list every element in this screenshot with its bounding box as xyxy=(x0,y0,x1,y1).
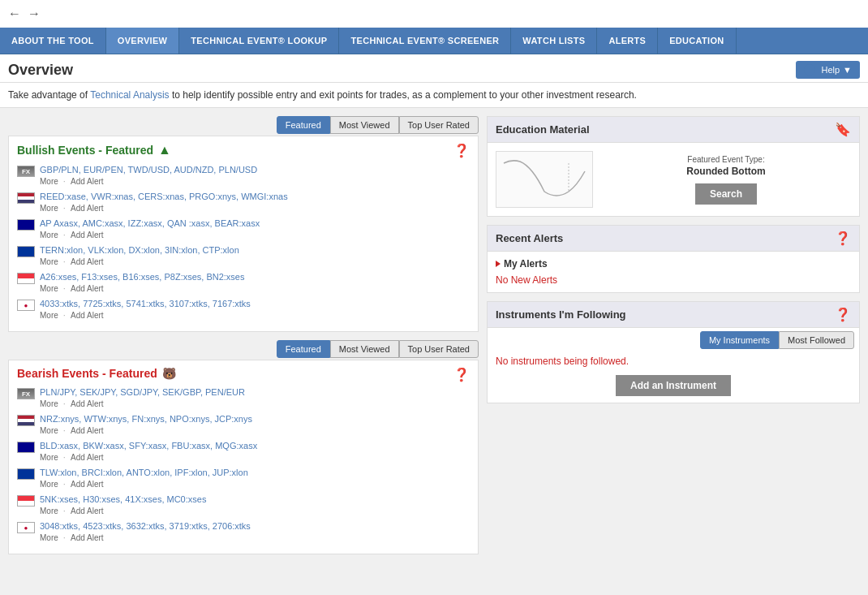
bookmark-icon[interactable]: 🔖 xyxy=(835,122,851,137)
nav-screener[interactable]: TECHNICAL EVENT® SCREENER xyxy=(339,28,511,54)
nav-about[interactable]: ABOUT THE TOOL xyxy=(0,28,106,54)
bearish-sg-link[interactable]: 5NK:xses, H30:xses, 41X:xses, MC0:xses xyxy=(40,494,206,504)
bearish-fx-link[interactable]: PLN/JPY, SEK/JPY, SGD/JPY, SEK/GBP, PEN/… xyxy=(40,387,245,397)
instruments-title: Instruments I'm Following xyxy=(496,308,626,321)
instruments-card: Instruments I'm Following ❓ My Instrumen… xyxy=(487,301,860,403)
bullish-sg-more[interactable]: More xyxy=(40,284,58,293)
bearish-jp-links: 3048:xtks, 4523:xtks, 3632:xtks, 3719:xt… xyxy=(40,520,470,542)
flag-us-icon xyxy=(17,192,35,204)
edu-info: Featured Event Type: Rounded Bottom Sear… xyxy=(601,155,851,205)
recent-alerts-header: Recent Alerts ❓ xyxy=(488,226,859,252)
flag-sg-icon xyxy=(17,273,35,284)
bearish-fx-add-alert[interactable]: Add Alert xyxy=(71,399,104,408)
bullish-tab-featured[interactable]: Featured xyxy=(277,116,330,134)
bearish-au-link[interactable]: BLD:xasx, BKW:xasx, SFY:xasx, FBU:xasx, … xyxy=(40,441,257,451)
nav-watchlists[interactable]: WATCH LISTS xyxy=(511,28,597,54)
bearish-tab-most-viewed[interactable]: Most Viewed xyxy=(330,340,399,358)
nav-overview[interactable]: OVERVIEW xyxy=(106,28,180,54)
add-instrument-button[interactable]: Add an Instrument xyxy=(616,375,731,396)
bullish-tab-most-viewed[interactable]: Most Viewed xyxy=(330,116,399,134)
bullish-events-panel: Bullish Events - Featured ▲ ❓ FX GBP/PLN… xyxy=(8,136,479,332)
education-content: Featured Event Type: Rounded Bottom Sear… xyxy=(488,143,859,216)
bullish-section: Featured Most Viewed Top User Rated Bull… xyxy=(8,116,479,332)
bullish-help-icon[interactable]: ❓ xyxy=(453,143,470,158)
top-nav: ABOUT THE TOOL OVERVIEW TECHNICAL EVENT®… xyxy=(0,28,868,54)
nav-education[interactable]: EDUCATION xyxy=(658,28,736,54)
bearish-au-more[interactable]: More xyxy=(40,453,58,462)
bullish-fx-add-alert[interactable]: Add Alert xyxy=(71,177,104,186)
triangle-icon xyxy=(496,261,501,267)
bullish-sg-add-alert[interactable]: Add Alert xyxy=(71,284,104,293)
bearish-gb-link[interactable]: TLW:xlon, BRCI:xlon, ANTO:xlon, IPF:xlon… xyxy=(40,468,248,477)
bullish-au-add-alert[interactable]: Add Alert xyxy=(71,231,104,239)
bullish-gb-links: TERN:xlon, VLK:xlon, DX:xlon, 3IN:xlon, … xyxy=(40,244,470,266)
bearish-help-icon[interactable]: ❓ xyxy=(453,367,470,382)
bullish-us-link[interactable]: REED:xase, VWR:xnas, CERS:xnas, PRGO:xny… xyxy=(40,192,288,201)
bearish-us-more[interactable]: More xyxy=(40,426,58,435)
bullish-fx-link[interactable]: GBP/PLN, EUR/PEN, TWD/USD, AUD/NZD, PLN/… xyxy=(40,165,257,175)
bullish-jp-more[interactable]: More xyxy=(40,311,58,320)
recent-alerts-help-icon[interactable]: ❓ xyxy=(835,231,851,246)
education-card-header: Education Material 🔖 xyxy=(488,117,859,143)
bullish-tab-top-rated[interactable]: Top User Rated xyxy=(399,116,479,134)
flag-jp-icon xyxy=(17,300,35,311)
instruments-content: No instruments being followed. Add an In… xyxy=(488,349,859,403)
bearish-tab-top-rated[interactable]: Top User Rated xyxy=(399,340,479,358)
bearish-tab-featured[interactable]: Featured xyxy=(277,340,330,358)
bearish-jp-link[interactable]: 3048:xtks, 4523:xtks, 3632:xtks, 3719:xt… xyxy=(40,521,251,531)
nav-lookup[interactable]: TECHNICAL EVENT® LOOKUP xyxy=(179,28,339,54)
bearish-gb-more[interactable]: More xyxy=(40,480,58,489)
instruments-header: Instruments I'm Following ❓ xyxy=(488,302,859,328)
table-row: TLW:xlon, BRCI:xlon, ANTO:xlon, IPF:xlon… xyxy=(17,467,470,489)
right-panel: Education Material 🔖 Featured Event Type… xyxy=(487,116,860,563)
bearish-sg-more[interactable]: More xyxy=(40,507,58,515)
bullish-jp-add-alert[interactable]: Add Alert xyxy=(71,311,104,320)
bearish-jp-add-alert[interactable]: Add Alert xyxy=(71,533,104,542)
recent-alerts-title: Recent Alerts xyxy=(496,232,563,244)
instruments-tab-bar: My Instruments Most Followed xyxy=(488,328,859,349)
bullish-au-more[interactable]: More xyxy=(40,231,58,239)
bearish-au-links: BLD:xasx, BKW:xasx, SFY:xasx, FBU:xasx, … xyxy=(40,440,470,462)
back-button[interactable]: ← xyxy=(8,6,21,21)
bullish-fx-more[interactable]: More xyxy=(40,177,58,186)
bearish-sg-links: 5NK:xses, H30:xses, 41X:xses, MC0:xses M… xyxy=(40,494,470,515)
bearish-gb-add-alert[interactable]: Add Alert xyxy=(71,480,104,489)
flag-gb-icon xyxy=(17,246,35,257)
bullish-up-arrow-icon: ▲ xyxy=(158,143,171,157)
bearish-us-link[interactable]: NRZ:xnys, WTW:xnys, FN:xnys, NPO:xnys, J… xyxy=(40,414,252,424)
nav-alerts[interactable]: ALERTS xyxy=(597,28,658,54)
bullish-au-link[interactable]: AP Axasx, AMC:xasx, IZZ:xasx, QAN :xasx,… xyxy=(40,218,260,228)
education-search-button[interactable]: Search xyxy=(695,183,757,205)
instruments-tab-most-followed[interactable]: Most Followed xyxy=(779,331,854,349)
table-row: FX GBP/PLN, EUR/PEN, TWD/USD, AUD/NZD, P… xyxy=(17,164,470,186)
my-alerts-row[interactable]: My Alerts xyxy=(496,258,851,269)
help-button[interactable]: Help ▼ xyxy=(796,61,860,79)
bullish-jp-link[interactable]: 4033:xtks, 7725:xtks, 5741:xtks, 3107:xt… xyxy=(40,299,251,308)
bearish-sg-add-alert[interactable]: Add Alert xyxy=(71,507,104,515)
event-type-name: Rounded Bottom xyxy=(601,166,851,177)
table-row: BLD:xasx, BKW:xasx, SFY:xasx, FBU:xasx, … xyxy=(17,440,470,462)
flag-gb-bearish-icon xyxy=(17,468,35,480)
rounded-bottom-chart xyxy=(500,155,589,204)
bearish-fx-more[interactable]: More xyxy=(40,399,58,408)
bearish-fx-links: PLN/JPY, SEK/JPY, SGD/JPY, SEK/GBP, PEN/… xyxy=(40,386,470,408)
bullish-sg-link[interactable]: A26:xses, F13:xses, B16:xses, P8Z:xses, … xyxy=(40,272,245,282)
technical-analysis-link[interactable]: Technical Analysis xyxy=(90,89,169,101)
bullish-gb-more[interactable]: More xyxy=(40,257,58,266)
flag-jp-bearish-icon xyxy=(17,522,35,533)
bullish-us-add-alert[interactable]: Add Alert xyxy=(71,204,104,213)
bullish-gb-link[interactable]: TERN:xlon, VLK:xlon, DX:xlon, 3IN:xlon, … xyxy=(40,245,239,255)
bullish-us-more[interactable]: More xyxy=(40,204,58,213)
no-instruments-text: No instruments being followed. xyxy=(496,356,851,367)
bearish-au-add-alert[interactable]: Add Alert xyxy=(71,453,104,462)
instruments-help-icon[interactable]: ❓ xyxy=(835,307,851,322)
bearish-jp-more[interactable]: More xyxy=(40,533,58,542)
bullish-gb-add-alert[interactable]: Add Alert xyxy=(71,257,104,266)
bearish-us-add-alert[interactable]: Add Alert xyxy=(71,426,104,435)
table-row: FX PLN/JPY, SEK/JPY, SGD/JPY, SEK/GBP, P… xyxy=(17,386,470,408)
bearish-gb-links: TLW:xlon, BRCI:xlon, ANTO:xlon, IPF:xlon… xyxy=(40,467,470,489)
flag-us-bearish-icon xyxy=(17,415,35,426)
forward-button[interactable]: → xyxy=(28,6,41,21)
flag-au-icon xyxy=(17,219,35,231)
instruments-tab-my[interactable]: My Instruments xyxy=(700,331,779,349)
